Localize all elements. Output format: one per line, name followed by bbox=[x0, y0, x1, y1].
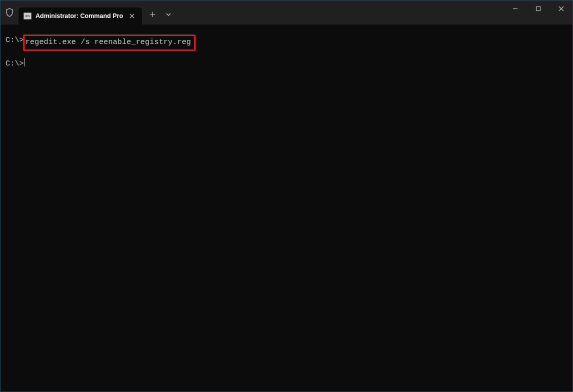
maximize-button[interactable] bbox=[526, 0, 550, 16]
terminal-line: C:\> bbox=[6, 58, 568, 70]
tab-close-button[interactable] bbox=[127, 11, 137, 21]
close-window-button[interactable] bbox=[550, 0, 572, 16]
terminal-output[interactable]: C:\>regedit.exe /s reenable_registry.reg… bbox=[0, 24, 572, 82]
tab-active[interactable]: C:\ Administrator: Command Pro bbox=[18, 8, 142, 24]
command-prompt-icon: C:\ bbox=[24, 12, 32, 20]
window-controls bbox=[504, 0, 572, 24]
minimize-button[interactable] bbox=[504, 0, 526, 16]
terminal-line: C:\>regedit.exe /s reenable_registry.reg bbox=[6, 34, 568, 51]
app-shield-icon bbox=[0, 0, 18, 24]
highlighted-command: regedit.exe /s reenable_registry.reg bbox=[23, 34, 196, 51]
new-tab-button[interactable] bbox=[144, 6, 161, 23]
svg-rect-0 bbox=[536, 6, 540, 10]
tab-title: Administrator: Command Pro bbox=[36, 12, 123, 20]
prompt: C:\> bbox=[6, 58, 24, 70]
title-bar: C:\ Administrator: Command Pro bbox=[0, 0, 572, 24]
tab-dropdown-button[interactable] bbox=[161, 6, 176, 23]
prompt: C:\> bbox=[6, 34, 24, 51]
cursor bbox=[24, 58, 25, 66]
